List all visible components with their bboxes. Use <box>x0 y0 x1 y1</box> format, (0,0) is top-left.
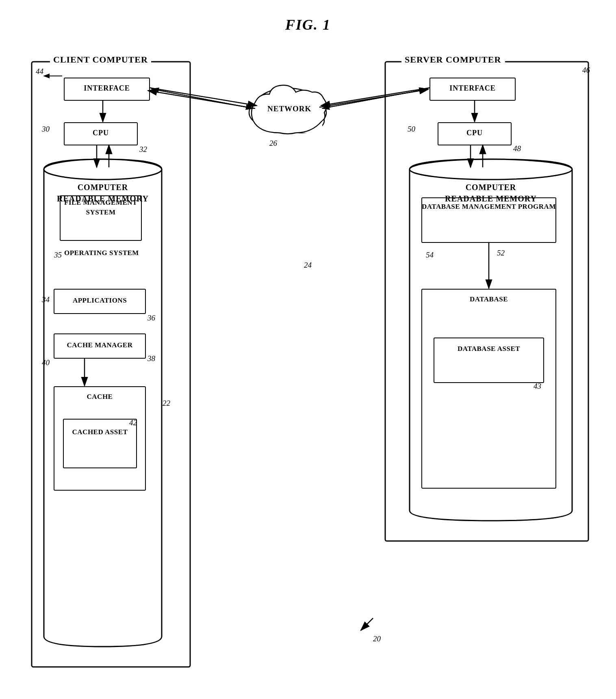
server-memory-label: COMPUTERREADABLE MEMORY <box>414 182 568 204</box>
ref-52: 52 <box>497 249 505 258</box>
db-mgmt-label: DATABASE MANAGEMENT PROGRAM <box>422 202 556 212</box>
svg-line-27 <box>321 88 430 106</box>
server-interface-label: INTERFACE <box>430 84 515 93</box>
svg-rect-37 <box>54 387 145 490</box>
svg-rect-10 <box>44 169 162 645</box>
svg-point-11 <box>44 159 162 180</box>
ref-36: 36 <box>147 314 155 322</box>
ref-48: 48 <box>513 144 521 153</box>
ref-54: 54 <box>426 251 434 260</box>
page: FIG. 1 <box>0 0 616 699</box>
ref-32: 32 <box>139 145 147 154</box>
ref-46: 46 <box>582 66 590 75</box>
ref-38: 38 <box>147 354 155 363</box>
db-asset-label: DATABASE ASSET <box>434 344 544 354</box>
svg-line-44 <box>361 618 373 630</box>
client-computer-label: CLIENT COMPUTER <box>50 54 151 65</box>
ref-43: 43 <box>534 382 541 391</box>
ref-30: 30 <box>42 125 50 134</box>
network-label: NETWORK <box>267 104 308 113</box>
ref-40: 40 <box>42 358 50 367</box>
ref-50: 50 <box>408 125 415 134</box>
cache-manager-label: CACHE MANAGER <box>54 341 145 349</box>
ref-44: 44 <box>36 67 43 76</box>
ref-22: 22 <box>163 399 170 408</box>
svg-line-20 <box>152 89 253 108</box>
server-computer-label: SERVER COMPUTER <box>401 54 504 65</box>
diagram-container: CLIENT COMPUTER 44 SERVER COMPUTER 46 IN… <box>20 45 596 687</box>
diagram-ref-20: 20 <box>373 634 381 643</box>
fig-title: FIG. 1 <box>16 16 600 33</box>
diagram-svg <box>20 45 596 687</box>
svg-line-23 <box>322 89 428 108</box>
os-label: OPERATING SYSTEM <box>64 249 139 258</box>
ref-24: 24 <box>304 261 312 270</box>
svg-rect-2 <box>32 62 190 667</box>
svg-line-22 <box>322 89 428 108</box>
svg-line-21 <box>152 89 253 108</box>
applications-label: APPLICATIONS <box>54 296 145 305</box>
cache-label: CACHE <box>54 393 145 401</box>
ref-42: 42 <box>129 418 137 427</box>
svg-point-13 <box>410 159 572 180</box>
svg-line-25 <box>148 91 255 108</box>
client-interface-label: INTERFACE <box>64 84 150 93</box>
svg-line-24 <box>150 88 257 106</box>
ref-26: 26 <box>269 139 277 148</box>
ref-44-arrow <box>42 70 66 82</box>
svg-line-26 <box>319 89 428 107</box>
db-label: DATABASE <box>422 295 556 303</box>
client-cpu-label: CPU <box>64 129 137 137</box>
cached-asset-label: CACHED ASSET <box>63 427 137 437</box>
ref-35: 35 <box>54 251 62 260</box>
server-cpu-label: CPU <box>438 129 511 137</box>
svg-rect-38 <box>63 419 137 468</box>
file-mgmt-label: FILE MANAGEMENT SYSTEM <box>60 198 141 217</box>
ref-34: 34 <box>42 295 50 304</box>
